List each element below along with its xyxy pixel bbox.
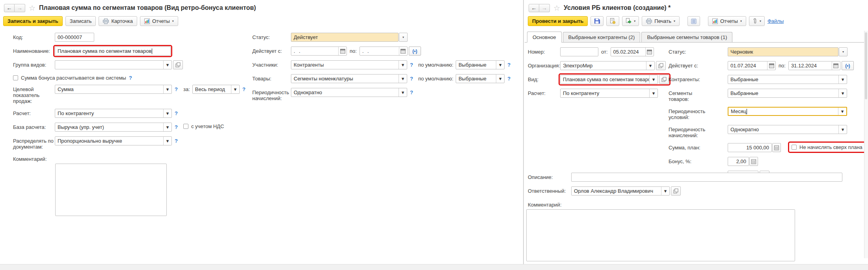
sales-target-field[interactable]: Сумма ▾ [55,85,172,94]
open-button[interactable] [671,186,681,196]
back-button[interactable]: ← [4,4,15,12]
chevron-down-icon[interactable]: ▾ [649,75,658,84]
chevron-down-icon[interactable]: ▾ [399,33,408,42]
help-icon[interactable]: ? [175,85,178,92]
save-and-close-button[interactable]: Записать и закрыть [3,16,63,26]
valid-from-field[interactable]: . . [291,47,347,56]
favorite-star-icon[interactable]: ☆ [29,4,35,12]
help-icon[interactable]: ? [410,88,413,95]
save-button[interactable] [590,16,604,26]
chevron-down-icon[interactable]: ▾ [646,61,654,70]
open-button[interactable] [173,60,183,69]
chevron-down-icon[interactable]: ▾ [649,89,658,97]
participants-field[interactable]: Контрагенты ▾ [291,60,407,69]
no-accrual-over-plan-checkbox[interactable] [792,145,797,150]
status-field[interactable]: Действует [291,33,399,42]
status-field[interactable]: Черновик [728,47,838,56]
valid-from-field[interactable]: 01.07.2024 [728,61,776,70]
post-and-close-button[interactable]: Провести и закрыть [528,16,588,26]
counterparties-field[interactable]: Выбранные ▾ [728,75,847,84]
chevron-down-icon[interactable]: ▾ [838,125,847,134]
chevron-down-icon[interactable]: ▾ [838,108,846,115]
distribute-field[interactable]: Пропорционально выручке ▾ [55,136,172,145]
chevron-down-icon[interactable]: ▾ [399,88,407,97]
open-button[interactable] [659,75,669,84]
back-button[interactable]: ← [529,4,539,12]
calculation-field[interactable]: По контрагенту ▾ [55,109,172,118]
organization-field[interactable]: ЭлектроМир ▾ [560,61,655,70]
bonus-percent-field[interactable]: 2,00 [728,157,749,166]
register-records-button[interactable] [687,16,700,26]
help-icon[interactable]: ? [410,60,413,68]
period-picker-button[interactable]: (•) [409,47,421,56]
open-button[interactable] [656,61,666,70]
card-button[interactable]: Карточка [99,16,137,26]
comment-textarea[interactable] [55,164,167,216]
help-icon[interactable]: ? [175,136,178,144]
tab-selected-counterparties[interactable]: Выбранные контрагенты (2) [563,32,641,42]
help-icon[interactable]: ? [242,85,246,92]
chevron-down-icon[interactable]: ▾ [231,85,239,93]
calculation-field[interactable]: По контрагенту ▾ [560,89,658,98]
chevron-down-icon[interactable]: ▾ [163,85,171,93]
help-icon[interactable]: ? [507,74,510,82]
calculator-button[interactable] [772,143,781,152]
accrual-periodicity-field[interactable]: Однократно ▾ [291,88,407,97]
chevron-down-icon[interactable]: ▾ [496,61,504,69]
name-field[interactable]: Плановая сумма по сегментам товаров [55,47,171,56]
goods-default-field[interactable]: Выбранные ▾ [456,74,505,83]
chevron-down-icon[interactable]: ▾ [163,61,171,69]
plan-sum-field[interactable]: 15 000,00 [728,143,772,152]
save-button[interactable]: Записать [65,16,96,26]
code-field[interactable]: 00-000007 [55,33,94,42]
calc-base-field[interactable]: Выручка (упр. учет) ▾ [55,123,172,132]
description-field[interactable] [571,173,842,182]
calendar-icon[interactable] [832,61,840,70]
kind-group-field[interactable]: ▾ [55,60,172,69]
help-icon[interactable]: ? [129,74,132,81]
participants-default-field[interactable]: Выбранные ▾ [456,60,505,69]
calendar-icon[interactable] [338,47,346,55]
chevron-down-icon[interactable]: ▾ [163,123,171,131]
chevron-down-icon[interactable]: ▾ [399,61,407,69]
reports-button[interactable]: Отчеты ▾ [140,16,178,26]
attachments-button[interactable]: ▾ [749,16,765,26]
tab-main[interactable]: Основное [527,32,562,43]
conditions-periodicity-field[interactable]: Месяц ▾ [728,107,847,116]
chevron-down-icon[interactable]: ▾ [399,74,407,83]
help-icon[interactable]: ? [175,109,178,116]
chevron-down-icon[interactable]: ▾ [163,137,171,145]
chevron-down-icon[interactable]: ▾ [163,109,171,117]
responsible-field[interactable]: Орлов Александр Владимирович ▾ [571,186,670,196]
tab-selected-goods-segments[interactable]: Выбранные сегменты товаров (1) [641,32,732,42]
valid-to-field[interactable]: 31.12.2024 [788,61,840,70]
chevron-down-icon[interactable]: ▾ [496,74,504,83]
print-button[interactable]: Печать ▾ [642,16,680,26]
help-icon[interactable]: ? [410,74,413,82]
forward-button[interactable]: → [15,4,25,12]
chevron-down-icon[interactable]: ▾ [838,75,847,84]
help-icon[interactable]: ? [507,60,510,68]
period-picker-button[interactable]: (•) [842,61,854,70]
calculator-button[interactable] [749,157,758,166]
with-vat-checkbox[interactable] [183,124,188,129]
chevron-down-icon[interactable]: ▾ [838,89,847,97]
goods-field[interactable]: Сегменты номенклатуры ▾ [291,74,407,83]
valid-to-field[interactable]: . . [359,47,408,56]
external-sum-checkbox[interactable] [13,75,18,80]
forward-button[interactable]: → [539,4,550,12]
files-link[interactable]: Файлы [767,18,784,24]
comment-textarea[interactable] [526,209,795,261]
scrollbar-thumb[interactable] [865,32,867,99]
kind-field[interactable]: Плановая сумма по сегментам товаров ▾ [560,75,658,84]
post-document-button[interactable] [606,16,619,26]
calendar-icon[interactable] [645,48,654,56]
chevron-down-icon[interactable]: ▾ [839,47,848,56]
number-field[interactable] [560,47,598,56]
target-period-field[interactable]: Весь период ▾ [192,85,240,94]
chevron-down-icon[interactable]: ▾ [661,187,669,195]
accrual-periodicity-field[interactable]: Однократно ▾ [728,125,847,134]
vertical-scrollbar[interactable] [864,31,868,258]
doc-date-field[interactable]: 05.02.2024 [611,47,654,56]
create-based-on-button[interactable]: ▾ [622,16,639,26]
